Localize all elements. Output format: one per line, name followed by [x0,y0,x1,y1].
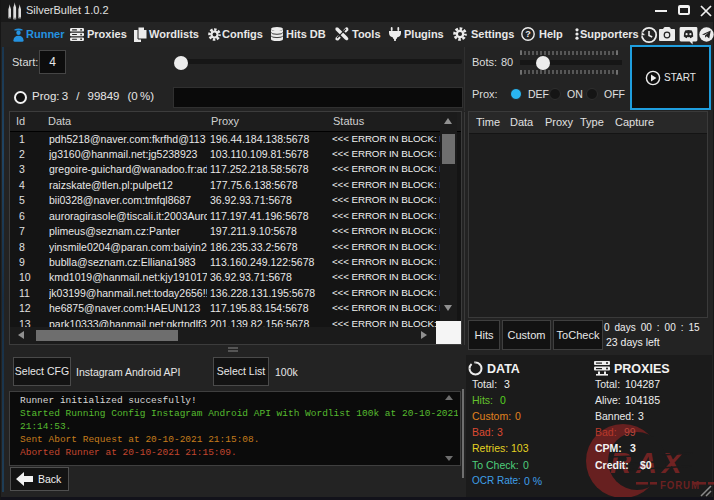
svg-text:?: ? [525,29,531,39]
svg-text:FORUM: FORUM [660,480,700,491]
